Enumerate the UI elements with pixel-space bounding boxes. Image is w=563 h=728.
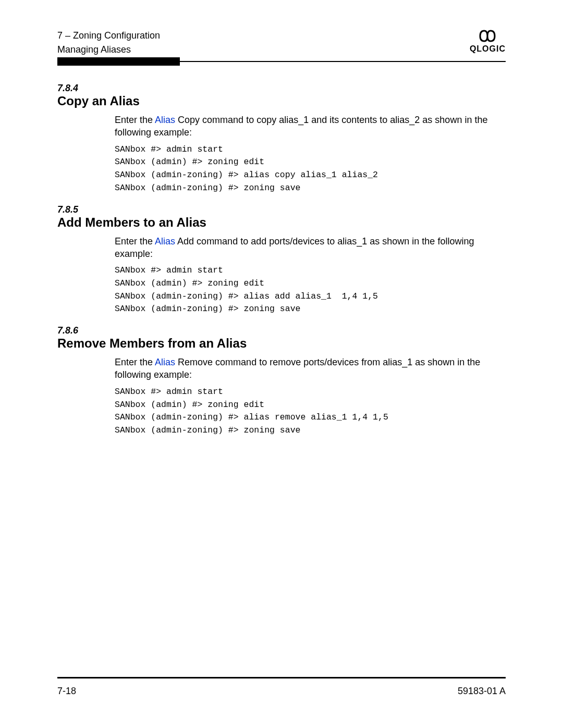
header-section: Managing Aliases <box>57 43 160 57</box>
code-block: SANbox #> admin start SANbox (admin) #> … <box>115 264 506 316</box>
intro-part: Enter the <box>115 357 155 367</box>
section-title: Remove Members from an Alias <box>57 336 506 351</box>
doc-number: 59183-01 A <box>458 686 506 697</box>
section-title: Add Members to an Alias <box>57 215 506 230</box>
alias-link[interactable]: Alias <box>155 357 175 367</box>
intro-part: Enter the <box>115 236 155 246</box>
section-number: 7.8.4 <box>57 83 506 94</box>
page-number: 7-18 <box>57 686 76 697</box>
header-text: 7 – Zoning Configuration Managing Aliase… <box>57 29 160 57</box>
section-number: 7.8.5 <box>57 204 506 215</box>
header-rule <box>57 61 506 62</box>
code-block: SANbox #> admin start SANbox (admin) #> … <box>115 143 506 195</box>
alias-link[interactable]: Alias <box>155 236 175 246</box>
section-number: 7.8.6 <box>57 325 506 336</box>
section-intro: Enter the Alias Remove command to remove… <box>115 356 506 381</box>
section-title: Copy an Alias <box>57 94 506 108</box>
section-intro: Enter the Alias Add command to add ports… <box>115 235 506 261</box>
alias-link[interactable]: Alias <box>155 115 175 125</box>
header-chapter: 7 – Zoning Configuration <box>57 29 160 43</box>
code-block: SANbox #> admin start SANbox (admin) #> … <box>115 386 506 437</box>
brand-name: QLOGIC <box>470 44 506 54</box>
brand-logo: QLOGIC <box>470 29 506 54</box>
footer-rule <box>57 677 506 678</box>
section-intro: Enter the Alias Copy command to copy ali… <box>115 114 506 139</box>
intro-part: Enter the <box>115 115 155 125</box>
qlogic-mark-icon <box>477 29 498 43</box>
